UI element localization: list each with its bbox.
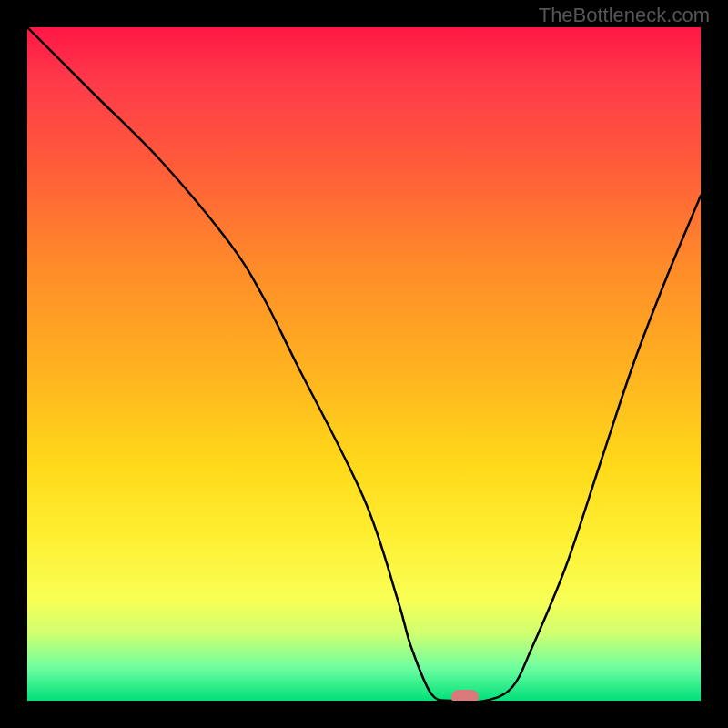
bottleneck-curve (27, 27, 701, 701)
plot-area (27, 27, 701, 701)
optimal-marker (451, 690, 479, 701)
curve-layer (27, 27, 701, 701)
chart-container: TheBottleneck.com (0, 0, 728, 728)
watermark-text: TheBottleneck.com (539, 4, 710, 27)
